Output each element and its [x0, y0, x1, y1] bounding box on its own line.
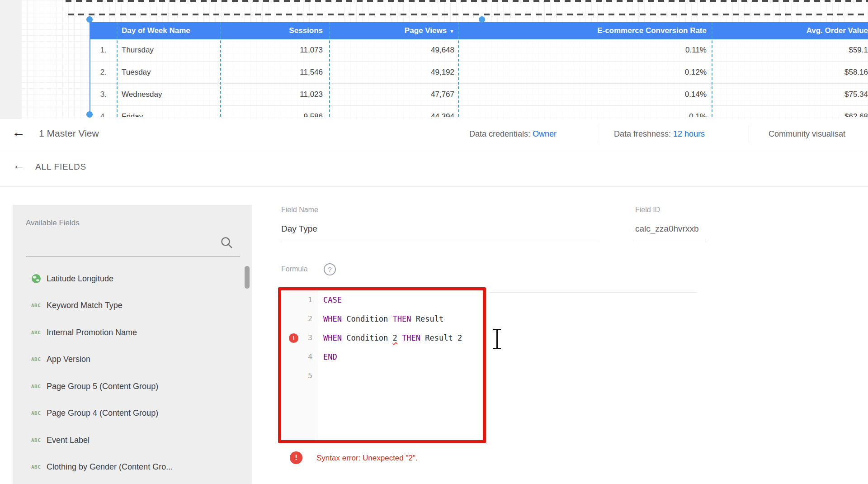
keyword: THEN [402, 333, 420, 342]
sort-arrow-icon[interactable]: ▼ [449, 28, 454, 34]
space [397, 333, 402, 342]
field-item-label: Event Label [47, 436, 90, 445]
field-item[interactable]: ABC Internal Promotion Name [13, 323, 252, 342]
data-freshness-label: Data freshness: [614, 129, 673, 138]
code-line-5[interactable] [317, 366, 483, 385]
line-number: 4 [281, 347, 317, 366]
field-name-input[interactable]: Day Type [281, 224, 317, 234]
search-input-underline[interactable] [26, 256, 240, 257]
table-row: 1. Thursday 11,073 49,648 0.11% $59.1 [90, 39, 868, 62]
syntax-error-message: Syntax error: Unexpected "2". [316, 454, 418, 463]
keyword: CASE [323, 295, 342, 304]
data-freshness-value[interactable]: 12 hours [673, 129, 705, 138]
column-separator[interactable] [329, 22, 330, 117]
report-canvas: Day of Week Name Sessions Page Views▼ E-… [0, 0, 868, 119]
cell-pageviews: 47,767 [329, 90, 458, 99]
master-view-bar: ← 1 Master View Data credentials: Owner … [0, 119, 868, 149]
table-header-aov[interactable]: Avg. Order Value [712, 26, 868, 35]
column-separator[interactable] [458, 22, 459, 117]
field-item[interactable]: ABC Keyword Match Type [13, 295, 252, 315]
code-line-2[interactable]: WHEN Condition THEN Result [317, 309, 483, 328]
text-cursor-pointer [493, 329, 501, 349]
help-icon[interactable]: ? [324, 263, 336, 275]
field-item[interactable]: ABC Clothing by Gender (Content Gro... [13, 457, 252, 477]
line-error-icon: ! [289, 333, 298, 343]
cell-day: Tuesday [117, 68, 220, 77]
available-fields-title: Available Fields [26, 218, 80, 228]
row-number: 2. [90, 68, 117, 77]
formula-label: Formula [281, 265, 308, 273]
cell-sessions: 9,586 [220, 112, 329, 117]
cell-conversion: 0.14% [458, 90, 712, 99]
keyword: WHEN [323, 314, 342, 323]
cell-conversion: 0.11% [458, 46, 712, 55]
field-item[interactable]: Latitude Longitude [13, 269, 252, 289]
column-separator[interactable] [117, 22, 118, 117]
column-separator[interactable] [712, 22, 712, 117]
text-field-abc-icon: ABC [31, 303, 47, 308]
selection-handle-top-left[interactable] [86, 16, 93, 23]
field-item-label: Internal Promotion Name [47, 328, 137, 337]
table-header-pageviews[interactable]: Page Views▼ [329, 26, 458, 35]
all-fields-title: ALL FIELDS [35, 162, 86, 172]
data-studio-field-editor-screen: Day of Week Name Sessions Page Views▼ E-… [0, 0, 868, 484]
table-header-sessions[interactable]: Sessions [220, 26, 329, 35]
cell-aov: $59.1 [712, 46, 868, 55]
search-icon[interactable] [220, 236, 233, 249]
field-id-value: calc_zza0hvrxxb [635, 224, 698, 234]
data-table[interactable]: Day of Week Name Sessions Page Views▼ E-… [90, 22, 868, 117]
selection-handle-bottom-left[interactable] [86, 111, 93, 118]
community-visualisations[interactable]: Community visualisat [769, 129, 845, 139]
selection-handle-top-middle[interactable] [479, 16, 485, 23]
field-item[interactable]: ABC Page Group 4 (Content Group) [13, 403, 252, 423]
data-credentials-label: Data credentials: [469, 129, 533, 138]
geo-globe-icon [31, 274, 47, 284]
field-item[interactable]: ABC Event Label [13, 430, 252, 450]
pageviews-label: Page Views [405, 26, 447, 35]
cell-aov: $58.16 [712, 68, 868, 77]
toolbar-divider [597, 125, 597, 142]
code-line-4[interactable]: END [317, 347, 483, 366]
cell-day: Thursday [117, 46, 220, 55]
line-number: 1 [281, 290, 317, 309]
toolbar-divider [749, 125, 749, 142]
all-fields-bar: ← ALL FIELDS [0, 149, 868, 187]
text-field-abc-icon: ABC [31, 356, 47, 362]
identifier: Condition [342, 314, 393, 323]
error-token: 2 [393, 333, 397, 342]
data-credentials-value[interactable]: Owner [533, 129, 557, 138]
line-number: 5 [281, 366, 317, 385]
field-item-label: Latitude Longitude [47, 274, 113, 284]
identifier: Result [411, 314, 444, 323]
canvas-left-margin [0, 0, 21, 119]
table-header-day[interactable]: Day of Week Name [117, 26, 220, 35]
field-item[interactable]: ABC App Version [13, 349, 252, 369]
data-freshness: Data freshness: 12 hours [614, 129, 705, 139]
table-header-conversion[interactable]: E-commerce Conversion Rate [458, 26, 712, 35]
datasource-title: 1 Master View [39, 128, 99, 139]
text-field-abc-icon: ABC [31, 384, 47, 389]
text-field-abc-icon: ABC [31, 464, 47, 470]
back-arrow-icon[interactable]: ← [13, 158, 25, 172]
cell-sessions: 11,073 [220, 46, 329, 55]
code-line-1[interactable]: CASE [317, 290, 483, 309]
back-arrow-icon[interactable]: ← [12, 124, 25, 140]
column-separator[interactable] [220, 22, 221, 117]
identifier: Condition [342, 333, 393, 342]
cell-pageviews: 49,192 [329, 68, 458, 77]
text-field-abc-icon: ABC [31, 330, 47, 336]
cell-conversion: 0.12% [458, 68, 712, 77]
field-item-label: Clothing by Gender (Content Gro... [47, 462, 173, 472]
formula-code-editor[interactable]: 1 2 3 4 5 ! CASE WHEN Condition THEN Res… [281, 290, 483, 440]
table-selection-left-border [90, 22, 90, 117]
formula-code[interactable]: CASE WHEN Condition THEN Result WHEN Con… [317, 290, 483, 385]
code-line-3[interactable]: WHEN Condition 2 THEN Result 2 [317, 328, 483, 347]
field-item[interactable]: ABC Page Group 5 (Content Group) [13, 376, 252, 396]
cell-sessions: 11,023 [220, 90, 329, 99]
keyword: END [323, 352, 337, 361]
text-field-abc-icon: ABC [31, 410, 47, 416]
table-header-row[interactable]: Day of Week Name Sessions Page Views▼ E-… [90, 22, 868, 39]
table-row: 3. Wednesday 11,023 47,767 0.14% $75.34 [90, 84, 868, 106]
field-id-label: Field ID [635, 206, 660, 214]
field-item-label: Page Group 5 (Content Group) [47, 382, 158, 391]
